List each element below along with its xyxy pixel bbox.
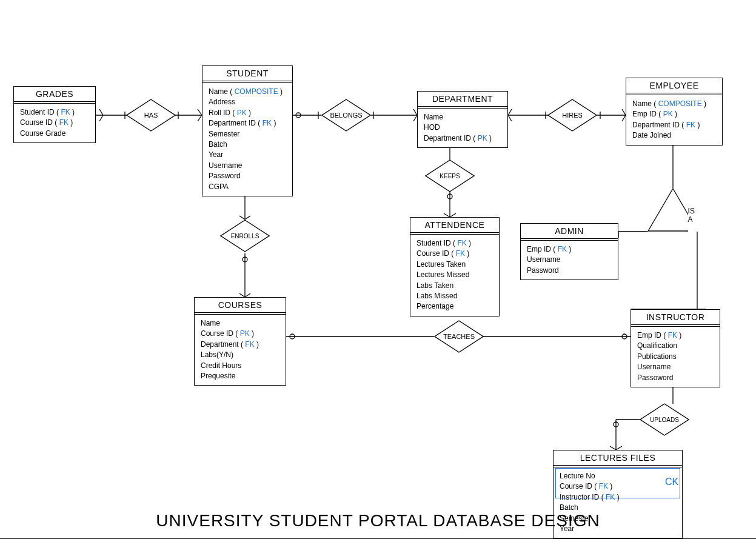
attribute: Lectures Missed xyxy=(416,270,493,280)
attribute: Password xyxy=(209,171,286,181)
attribute: Date Joined xyxy=(632,130,716,141)
entity-admin-attrs: Emp ID ( FK )UsernamePassword xyxy=(521,241,618,280)
attribute: Qualification xyxy=(637,341,714,351)
attribute: Course Grade xyxy=(20,129,89,139)
attribute: Department ID ( FK ) xyxy=(632,120,716,130)
entity-courses-title: COURSES xyxy=(195,298,286,313)
entity-attendence: ATTENDENCE Student ID ( FK )Course ID ( … xyxy=(410,217,500,316)
relationship-uploads: UPLOADS xyxy=(640,403,689,436)
attribute: CGPA xyxy=(209,182,286,192)
attribute: Labs Taken xyxy=(416,281,493,291)
entity-lectures-files-title: LECTURES FILES xyxy=(554,450,682,466)
attribute: Username xyxy=(209,161,286,171)
attribute: HOD xyxy=(424,122,501,133)
attribute: Student ID ( FK ) xyxy=(416,238,493,249)
entity-attendence-attrs: Student ID ( FK )Course ID ( FK )Lecture… xyxy=(410,235,499,316)
relationship-teaches: TEACHES xyxy=(434,320,484,353)
attribute: Department ID ( FK ) xyxy=(209,118,286,129)
entity-courses-attrs: NameCourse ID ( PK )Department ( FK )Lab… xyxy=(195,315,286,385)
attribute: Course ID ( FK ) xyxy=(416,249,493,259)
entity-attendence-title: ATTENDENCE xyxy=(410,218,499,233)
attribute: Course ID ( PK ) xyxy=(201,329,279,339)
entity-department-title: DEPARTMENT xyxy=(418,92,507,107)
attribute: Emp ID ( PK ) xyxy=(632,109,716,119)
attribute: Labs Missed xyxy=(416,291,493,301)
entity-student: STUDENT Name ( COMPOSITE )AddressRoll ID… xyxy=(202,65,293,196)
svg-line-2 xyxy=(99,115,103,121)
entity-employee-title: EMPLOYEE xyxy=(626,78,722,93)
attribute: Department ( FK ) xyxy=(201,340,279,350)
attribute: Username xyxy=(637,362,714,372)
attribute: Percentage xyxy=(416,301,493,312)
attribute: Name xyxy=(424,112,501,122)
attribute: Batch xyxy=(209,139,286,150)
relationship-belongs: BELONGS xyxy=(321,99,371,132)
attribute: Emp ID ( FK ) xyxy=(527,244,612,255)
entity-instructor-title: INSTRUCTOR xyxy=(631,310,720,325)
relationship-keeps: KEEPS xyxy=(425,159,475,192)
entity-admin-title: ADMIN xyxy=(521,224,618,239)
entity-department-attrs: NameHODDepartment ID ( PK ) xyxy=(418,109,507,147)
attribute: Name ( COMPOSITE ) xyxy=(632,99,716,109)
attribute: Student ID ( FK ) xyxy=(20,107,89,118)
attribute: Roll ID ( PK ) xyxy=(209,108,286,118)
entity-grades-title: GRADES xyxy=(14,87,95,102)
attribute: Passoword xyxy=(637,373,714,383)
attribute: Name xyxy=(201,318,279,329)
relationship-has: HAS xyxy=(126,99,176,132)
entity-admin: ADMIN Emp ID ( FK )UsernamePassword xyxy=(520,223,618,280)
entity-student-attrs: Name ( COMPOSITE )AddressRoll ID ( PK )D… xyxy=(202,83,292,196)
entity-grades-attrs: Student ID ( FK )Course ID ( FK )Course … xyxy=(14,104,95,142)
attribute: Lectures Taken xyxy=(416,259,493,270)
entity-instructor: INSTRUCTOR Emp ID ( FK )QualificationPub… xyxy=(631,309,720,387)
attribute: Publications xyxy=(637,352,714,362)
attribute: Address xyxy=(209,97,286,107)
relationship-enrolls: ENROLLS xyxy=(220,219,270,252)
generalization-isa: IS A xyxy=(647,188,698,232)
attribute: Prequesite xyxy=(201,371,279,381)
attribute: Labs(Y/N) xyxy=(201,350,279,360)
diagram-title: UNIVERSITY STUDENT PORTAL DATABASE DESIG… xyxy=(0,511,756,531)
entity-employee-attrs: Name ( COMPOSITE )Emp ID ( PK )Departmen… xyxy=(626,95,722,145)
svg-marker-62 xyxy=(648,189,688,231)
entity-courses: COURSES NameCourse ID ( PK )Department (… xyxy=(194,297,286,386)
attribute: Department ID ( PK ) xyxy=(424,133,501,144)
attribute: Course ID ( FK ) xyxy=(20,118,89,128)
attribute: Password xyxy=(527,266,612,276)
entity-student-title: STUDENT xyxy=(202,66,292,81)
entity-employee: EMPLOYEE Name ( COMPOSITE )Emp ID ( PK )… xyxy=(626,78,723,146)
svg-line-1 xyxy=(99,109,103,115)
attribute: Semester xyxy=(209,129,286,139)
entity-department: DEPARTMENT NameHODDepartment ID ( PK ) xyxy=(417,91,508,148)
composite-key-label: CK xyxy=(665,477,678,487)
attribute: Username xyxy=(527,255,612,265)
attribute: Year xyxy=(209,150,286,160)
attribute: Credit Hours xyxy=(201,361,279,371)
svg-line-6 xyxy=(198,115,202,121)
entity-instructor-attrs: Emp ID ( FK )QualificationPublicationsUs… xyxy=(631,327,720,387)
relationship-hires: HIRES xyxy=(547,99,597,132)
svg-line-5 xyxy=(198,109,202,115)
composite-key-box xyxy=(555,468,680,498)
svg-line-17 xyxy=(508,115,512,121)
entity-grades: GRADES Student ID ( FK )Course ID ( FK )… xyxy=(13,86,96,143)
attribute: Name ( COMPOSITE ) xyxy=(209,87,286,97)
svg-line-16 xyxy=(508,109,512,115)
attribute: Emp ID ( FK ) xyxy=(637,330,714,341)
